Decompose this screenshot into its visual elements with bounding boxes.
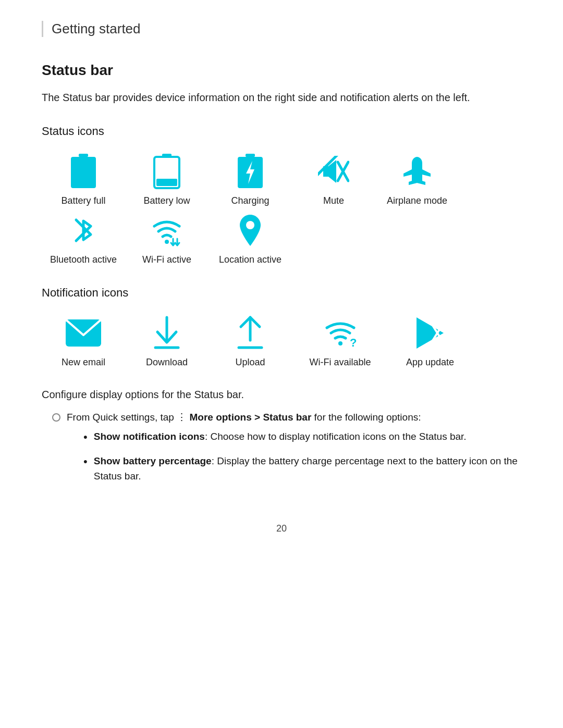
- svg-rect-0: [79, 154, 88, 157]
- battery-full-item: Battery full: [42, 153, 125, 206]
- wifi-active-label: Wi-Fi active: [142, 254, 191, 265]
- airplane-item: Airplane mode: [375, 153, 459, 206]
- wifi-available-icon: ?: [322, 314, 359, 352]
- wifi-active-icon: [148, 212, 186, 249]
- app-update-icon: [411, 314, 449, 352]
- wifi-available-label: Wi-Fi available: [309, 357, 371, 368]
- upload-icon: [231, 314, 269, 352]
- mute-label: Mute: [323, 195, 344, 206]
- bluetooth-item: Bluetooth active: [42, 212, 125, 265]
- svg-rect-4: [156, 179, 177, 186]
- notification-icons-heading: Notification icons: [42, 286, 521, 300]
- svg-rect-5: [246, 154, 255, 157]
- wifi-active-item: Wi-Fi active: [125, 212, 209, 265]
- wifi-available-item: ? Wi-Fi available: [292, 314, 388, 368]
- mute-item: Mute: [292, 153, 375, 206]
- status-icons-grid: Battery full Battery low Charging: [42, 153, 521, 265]
- circle-bullet-icon: [52, 413, 60, 422]
- upload-label: Upload: [235, 357, 265, 368]
- sub-options-list: • Show notification icons: Choose how to…: [83, 429, 521, 484]
- battery-low-label: Battery low: [143, 195, 190, 206]
- section-description: The Status bar provides device informati…: [42, 89, 521, 106]
- charging-label: Charging: [231, 195, 269, 206]
- location-item: Location active: [209, 212, 292, 265]
- download-label: Download: [146, 357, 188, 368]
- location-label: Location active: [219, 254, 282, 265]
- svg-point-15: [246, 221, 254, 229]
- page-number: 20: [42, 523, 521, 534]
- airplane-icon: [398, 153, 436, 190]
- charging-item: Charging: [209, 153, 292, 206]
- svg-text:?: ?: [350, 336, 357, 349]
- charging-icon: [231, 153, 269, 190]
- mute-icon: [315, 153, 352, 190]
- svg-rect-1: [71, 157, 96, 188]
- sub-item-notifications: • Show notification icons: Choose how to…: [83, 429, 521, 446]
- page-header: Getting started: [42, 21, 521, 37]
- svg-point-21: [338, 341, 342, 346]
- svg-marker-23: [417, 317, 444, 349]
- battery-percentage-option: Show battery percentage: Display the bat…: [94, 454, 521, 484]
- configure-text: Configure display options for the Status…: [42, 389, 521, 401]
- download-icon: [148, 314, 186, 352]
- app-update-item: App update: [388, 314, 472, 368]
- battery-low-icon: [148, 153, 186, 190]
- airplane-label: Airplane mode: [387, 195, 447, 206]
- getting-started-title: Getting started: [52, 21, 141, 36]
- location-icon: [231, 212, 269, 249]
- email-item: New email: [42, 314, 125, 368]
- status-icons-heading: Status icons: [42, 125, 521, 138]
- circle-item-text: From Quick settings, tap ⋮ More options …: [67, 411, 521, 492]
- options-list: From Quick settings, tap ⋮ More options …: [52, 411, 521, 492]
- svg-point-12: [165, 240, 169, 244]
- battery-low-item: Battery low: [125, 153, 209, 206]
- notification-icons-grid: New email Download Upload: [42, 314, 521, 368]
- upload-item: Upload: [209, 314, 292, 368]
- battery-full-icon: [65, 153, 102, 190]
- sub-item-battery: • Show battery percentage: Display the b…: [83, 454, 521, 484]
- email-icon: [65, 314, 102, 352]
- notification-icons-option: Show notification icons: Choose how to d…: [94, 429, 467, 445]
- email-label: New email: [62, 357, 105, 368]
- battery-full-label: Battery full: [61, 195, 105, 206]
- bluetooth-label: Bluetooth active: [50, 254, 117, 265]
- dot-bullet-icon-2: •: [83, 453, 88, 470]
- bluetooth-icon: [65, 212, 102, 249]
- download-item: Download: [125, 314, 209, 368]
- section-title: Status bar: [42, 62, 521, 79]
- app-update-label: App update: [406, 357, 454, 368]
- circle-list-item: From Quick settings, tap ⋮ More options …: [52, 411, 521, 492]
- dot-bullet-icon: •: [83, 428, 88, 446]
